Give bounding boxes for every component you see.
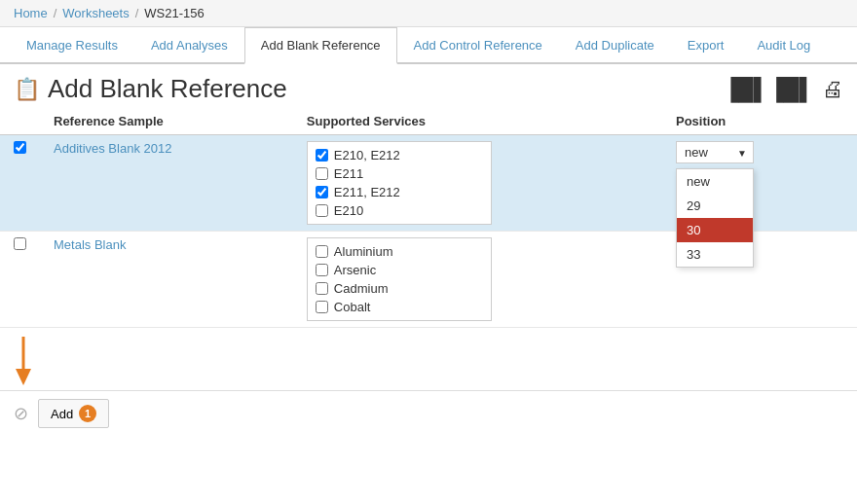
row1-services-cell: E210, E212 E211 E211, E212 E210 [293, 135, 662, 232]
row1-service-4-checkbox[interactable] [316, 204, 328, 217]
row1-service-3: E211, E212 [308, 183, 491, 201]
row1-service-3-label: E211, E212 [334, 185, 400, 199]
table-row: Additives Blank 2012 E210, E212 E211 [0, 135, 857, 232]
row1-service-3-checkbox[interactable] [316, 186, 328, 198]
tab-add-control-reference[interactable]: Add Control Reference [397, 27, 559, 62]
main-table-wrapper: Reference Sample Supported Services Posi… [0, 108, 857, 328]
bottom-bar: ⊘ Add 1 [0, 390, 857, 436]
row2-sample-cell: Metals Blank [40, 232, 293, 328]
row1-option-30[interactable]: 30 [677, 218, 753, 242]
row2-checkbox-cell [0, 232, 40, 328]
row2-checkbox[interactable] [14, 237, 26, 250]
row2-service-2-checkbox[interactable] [316, 264, 328, 276]
breadcrumb-worksheets[interactable]: Worksheets [62, 6, 129, 20]
page-title: Add Blank Reference [48, 74, 287, 104]
row1-service-1: E210, E212 [308, 146, 491, 164]
row2-service-1-checkbox[interactable] [316, 245, 328, 258]
row1-service-2: E211 [308, 164, 491, 183]
tabs-bar: Manage Results Add Analyses Add Blank Re… [0, 27, 857, 64]
col-reference-sample: Reference Sample [40, 108, 293, 135]
col-position: Position [662, 108, 857, 135]
row2-service-1-label: Aluminium [334, 244, 393, 259]
row1-service-4-label: E210 [334, 203, 363, 218]
cancel-button[interactable]: ⊘ [14, 403, 28, 424]
row2-service-2-label: Arsenic [334, 263, 376, 277]
row1-option-new[interactable]: new [677, 169, 753, 194]
row2-sample-link[interactable]: Metals Blank [54, 237, 126, 252]
row1-checkbox-cell [0, 135, 40, 232]
print-icon[interactable]: 🖨 [822, 77, 843, 102]
tab-add-duplicate[interactable]: Add Duplicate [559, 27, 671, 62]
row2-services-cell: Aluminium Arsenic Cadmium Cobalt [293, 232, 662, 328]
chevron-down-icon: ▼ [737, 147, 747, 158]
tab-manage-results[interactable]: Manage Results [10, 27, 134, 62]
add-label: Add [51, 407, 73, 421]
arrow-area [0, 328, 857, 390]
tab-audit-log[interactable]: Audit Log [740, 27, 827, 62]
row2-service-1: Aluminium [308, 242, 491, 261]
row2-service-4-checkbox[interactable] [316, 301, 328, 313]
row2-service-4: Cobalt [308, 298, 491, 316]
reference-table: Reference Sample Supported Services Posi… [0, 108, 857, 328]
col-checkbox [0, 108, 40, 135]
cancel-icon: ⊘ [14, 404, 28, 423]
row1-checkbox[interactable] [14, 141, 26, 154]
arrow-icon [14, 332, 53, 390]
breadcrumb-home[interactable]: Home [14, 6, 48, 20]
page-document-icon: 📋 [14, 77, 40, 102]
svg-marker-1 [16, 369, 31, 385]
row1-service-4: E210 [308, 201, 491, 220]
breadcrumb: Home / Worksheets / WS21-156 [0, 0, 857, 27]
page-header: 📋 Add Blank Reference ▐█▌▐█▌ 🖨 [0, 64, 857, 108]
breadcrumb-sep1: / [54, 6, 57, 20]
add-button[interactable]: Add 1 [38, 399, 109, 428]
breadcrumb-sep2: / [135, 6, 139, 20]
row2-service-3-checkbox[interactable] [316, 282, 328, 295]
row1-service-2-label: E211 [334, 166, 363, 181]
tab-add-analyses[interactable]: Add Analyses [134, 27, 244, 62]
row1-position-value: new [685, 145, 708, 160]
barcode-icon[interactable]: ▐█▌▐█▌ [723, 77, 814, 102]
tab-export[interactable]: Export [671, 27, 741, 62]
row1-option-33[interactable]: 33 [677, 242, 753, 267]
row1-option-29[interactable]: 29 [677, 194, 753, 218]
row2-service-3: Cadmium [308, 279, 491, 298]
row1-position-select[interactable]: new ▼ [676, 141, 754, 163]
header-icons: ▐█▌▐█▌ 🖨 [723, 77, 843, 102]
page-title-area: 📋 Add Blank Reference [14, 74, 287, 104]
row2-service-3-label: Cadmium [334, 281, 389, 296]
row1-sample-cell: Additives Blank 2012 [40, 135, 293, 232]
row2-service-4-label: Cobalt [334, 300, 371, 314]
col-supported-services: Supported Services [293, 108, 662, 135]
row1-sample-link[interactable]: Additives Blank 2012 [54, 141, 171, 156]
breadcrumb-ws-id: WS21-156 [144, 6, 204, 20]
row1-dropdown-open: new 29 30 33 [676, 168, 754, 268]
row2-services-box[interactable]: Aluminium Arsenic Cadmium Cobalt [307, 237, 492, 321]
row1-position-cell: new ▼ new 29 30 33 [662, 135, 857, 232]
tab-add-blank-reference[interactable]: Add Blank Reference [244, 27, 397, 64]
add-badge: 1 [79, 405, 96, 422]
row1-service-1-checkbox[interactable] [316, 149, 328, 162]
row2-service-2: Arsenic [308, 261, 491, 279]
row1-service-2-checkbox[interactable] [316, 167, 328, 180]
row1-position-dropdown-wrapper: new ▼ new 29 30 33 [676, 141, 843, 163]
row1-services-box[interactable]: E210, E212 E211 E211, E212 E210 [307, 141, 492, 225]
row1-service-1-label: E210, E212 [334, 148, 400, 162]
